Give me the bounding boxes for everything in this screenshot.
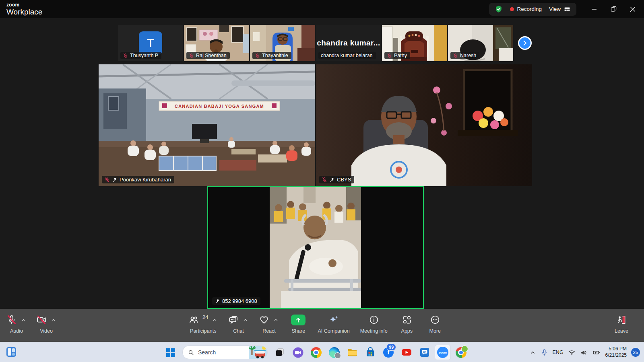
participant-name: chandra kumar belaran: [321, 53, 373, 58]
stacked-windows-icon: [275, 347, 285, 358]
view-grid-icon: [564, 6, 571, 13]
video-feed: [270, 187, 361, 308]
apps-button[interactable]: Apps: [398, 313, 416, 334]
next-page-button[interactable]: [518, 36, 532, 50]
widgets-icon: [6, 346, 17, 358]
participant-name-label: Thusyanth P: [120, 52, 161, 59]
thumbnail-chandra[interactable]: chandra kumar... chandra kumar belaran: [316, 25, 381, 61]
participant-name: Thusyanth P: [130, 53, 158, 58]
tray-mic-icon[interactable]: [541, 349, 548, 356]
participant-name-label: CBYS: [319, 176, 354, 183]
participant-name: Raj Shenthan: [196, 53, 227, 58]
edge-icon: [329, 347, 340, 358]
speaker-icon[interactable]: [580, 349, 588, 356]
participant-name: Naresh: [460, 53, 476, 58]
youtube-icon: [401, 347, 412, 358]
muted-camera-icon: [36, 315, 47, 325]
taskbar-app-messaging[interactable]: [417, 345, 433, 360]
ai-companion-label: AI Companion: [318, 328, 349, 334]
taskbar-app-facebook[interactable]: f99: [380, 345, 396, 360]
facebook-icon: f99: [383, 347, 394, 358]
search-input[interactable]: Search: [182, 346, 268, 359]
hall-banner-text: CANADIAN BABAJI YOGA SANGAM: [175, 104, 264, 109]
more-button[interactable]: More: [426, 313, 444, 334]
participant-display-name: chandra kumar...: [317, 39, 380, 47]
taskbar-app-chrome-profile[interactable]: [453, 345, 469, 360]
pin-icon: [215, 298, 220, 304]
close-button[interactable]: [625, 3, 641, 16]
participant-name-label: Raj Shenthan: [186, 52, 230, 59]
taskbar-app-video-call[interactable]: [290, 345, 306, 360]
muted-mic-icon: [123, 53, 128, 58]
meeting-toolbar: Audio Video 24 Participants: [0, 309, 644, 342]
video-tile-cbys[interactable]: CBYS: [316, 64, 532, 186]
muted-mic-icon: [255, 53, 260, 58]
taskbar-app-zoom[interactable]: zoom: [435, 345, 451, 360]
video-options-caret[interactable]: [50, 317, 56, 323]
audio-options-caret[interactable]: [21, 317, 27, 323]
ai-companion-button[interactable]: AI Companion: [318, 313, 349, 334]
participants-button[interactable]: 24 Participants: [188, 313, 218, 334]
facebook-notification-badge: 99: [386, 343, 396, 351]
search-icon: [188, 349, 194, 356]
muted-mic-icon: [189, 53, 194, 58]
video-tile-active-speaker[interactable]: 852 9984 6908: [207, 186, 424, 309]
recording-dot-icon: [510, 7, 514, 11]
taskbar-app-chrome[interactable]: [308, 345, 324, 360]
notification-count-badge[interactable]: 25: [631, 348, 640, 357]
participant-name: 852 9984 6908: [222, 298, 257, 304]
taskbar-app-youtube[interactable]: [398, 345, 415, 360]
tray-chevron-up-icon[interactable]: [529, 349, 536, 356]
video-app-icon: [293, 347, 303, 358]
recording-indicator[interactable]: Recording: [510, 6, 542, 12]
thumbnail-thayanithie[interactable]: Thayanithie: [250, 25, 315, 61]
restore-button[interactable]: [605, 3, 621, 16]
taskbar-app-edge[interactable]: [326, 345, 342, 360]
thumbnail-thusyanth[interactable]: T Thusyanth P: [118, 25, 183, 61]
minimize-button[interactable]: [586, 3, 602, 16]
taskbar-clock[interactable]: 5:06 PM 6/21/2025: [605, 346, 627, 358]
chat-button[interactable]: Chat: [228, 313, 248, 334]
react-button[interactable]: React: [259, 313, 279, 334]
battery-icon[interactable]: [592, 349, 601, 356]
react-label: React: [262, 328, 276, 334]
messaging-app-icon: [419, 347, 430, 358]
taskbar-app-file-explorer[interactable]: [344, 345, 360, 360]
meeting-info-button[interactable]: Meeting info: [360, 313, 388, 334]
language-indicator[interactable]: ENG: [553, 350, 564, 355]
taskbar-app-files[interactable]: [272, 345, 288, 360]
taskbar-app-store[interactable]: [362, 345, 378, 360]
participant-name: CBYS: [337, 177, 351, 183]
widgets-button[interactable]: [6, 346, 17, 358]
react-options-caret[interactable]: [273, 317, 279, 323]
leave-button[interactable]: Leave: [613, 313, 630, 334]
start-button[interactable]: [162, 345, 178, 360]
thumbnail-naresh[interactable]: Naresh: [448, 25, 513, 61]
thumbnail-raj[interactable]: Raj Shenthan: [184, 25, 249, 61]
participant-thumbnail-strip: T Thusyanth P: [118, 25, 513, 61]
avatar-letter: T: [147, 36, 154, 50]
chat-options-caret[interactable]: [242, 317, 248, 323]
view-button[interactable]: View: [549, 6, 571, 13]
more-icon: [430, 315, 440, 325]
share-screen-icon: [291, 315, 305, 325]
encryption-shield-icon[interactable]: [495, 5, 503, 13]
share-button[interactable]: Share: [289, 313, 307, 334]
participant-name-label: Naresh: [450, 52, 479, 59]
participant-name-label: chandra kumar belaran: [318, 52, 376, 59]
thumbnail-pathy[interactable]: Pathy: [382, 25, 447, 61]
audio-button[interactable]: Audio: [6, 313, 27, 334]
video-button[interactable]: Video: [36, 313, 56, 334]
participants-icon: [188, 315, 199, 325]
heart-react-icon: [259, 315, 269, 325]
video-tile-poonkavi[interactable]: CANADIAN BABAJI YOGA SANGAM: [99, 64, 315, 186]
edge-profile-avatar: [334, 352, 341, 359]
logo-zoom-text: zoom: [6, 2, 42, 7]
file-explorer-icon: [347, 347, 358, 358]
view-label: View: [549, 6, 561, 12]
wifi-icon[interactable]: [568, 349, 576, 356]
video-label: Video: [40, 328, 53, 334]
participants-options-caret[interactable]: [212, 317, 218, 323]
audio-label: Audio: [10, 328, 23, 334]
zoom-app-label: zoom: [439, 351, 447, 354]
